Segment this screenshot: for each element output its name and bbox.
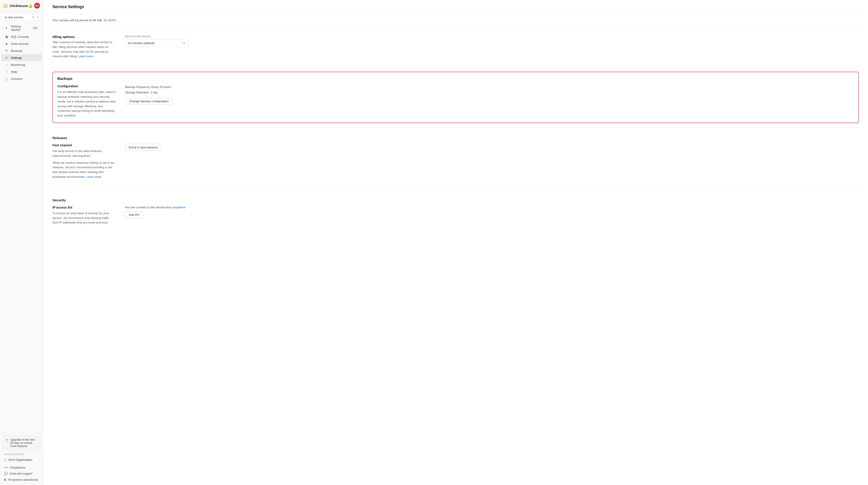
- sidebar-item-label: Monitoring: [11, 63, 39, 66]
- status-indicator: All systems operational: [2, 477, 41, 483]
- bottom-links: ⟷ Integrations 💬 Chat with support All s…: [2, 464, 41, 483]
- backups-left: Configuration For an effective data prot…: [57, 84, 116, 118]
- app-name: ClickHouse: [9, 4, 28, 8]
- service-selector[interactable]: ▣ test service ⇅ +: [2, 14, 41, 21]
- sidebar-item-monitoring[interactable]: ○ Monitoring: [1, 61, 42, 68]
- data-sources-icon: ◈: [4, 42, 8, 46]
- backup-frequency: Backup Frequency: Every 24 hours: [125, 84, 854, 90]
- logo-icon: ||||: [3, 3, 8, 8]
- security-left: IP access list To ensure an extra layer …: [53, 206, 116, 225]
- upgrade-text: Upgrade in the next 30 days to unlock mo…: [10, 438, 38, 448]
- releases-left: Fast channel Get early access to the lat…: [53, 143, 116, 182]
- logo-area: |||| ClickHouse: [3, 3, 28, 8]
- service-selector-arrows: ⇅: [32, 16, 34, 19]
- integrations-label: Integrations: [10, 466, 26, 469]
- backups-right: Backup Frequency: Every 24 hours Storage…: [125, 84, 854, 105]
- idling-left: Idling options After a period of inactiv…: [53, 35, 116, 59]
- sidebar-item-help[interactable]: ○ Help: [1, 68, 42, 75]
- service-selector-text: test service: [8, 16, 31, 19]
- sidebar-item-label: Connect: [11, 77, 39, 81]
- chat-support-link[interactable]: 💬 Chat with support: [2, 470, 41, 477]
- sidebar-item-label: Getting started: [11, 25, 30, 31]
- main-content: Service Settings Your service will be pi…: [43, 0, 868, 485]
- enroll-fast-releases-button[interactable]: Enroll in fast releases: [125, 144, 162, 151]
- idling-learn-more[interactable]: Learn more: [78, 55, 93, 58]
- sidebar-item-label: Help: [11, 70, 39, 74]
- upgrade-icon: ⏱: [5, 438, 8, 442]
- security-section: Security IP access list To ensure an ext…: [53, 195, 859, 229]
- dropdown-label: Minimum idle timeout: [125, 35, 859, 38]
- releases-desc-1: Get early access to the latest features,…: [53, 149, 116, 158]
- security-title: Security: [53, 198, 859, 202]
- sidebar: |||| ClickHouse 🔔 DA ▣ test service ⇅ + …: [0, 0, 43, 485]
- integrations-icon: ⟷: [4, 466, 8, 469]
- connect-icon: ▢: [4, 77, 8, 81]
- help-icon: ○: [4, 70, 8, 74]
- releases-inner: Fast channel Get early access to the lat…: [53, 143, 859, 182]
- connect-link[interactable]: anywhere: [173, 206, 185, 209]
- security-subsection-title: IP access list: [53, 206, 116, 209]
- settings-icon: ≡: [4, 56, 8, 59]
- releases-learn-more[interactable]: Learn more: [86, 175, 101, 178]
- sql-console-icon: ▣: [4, 35, 8, 38]
- chat-label: Chat with support: [9, 472, 32, 475]
- org-item[interactable]: ▢ DA's Organization ›: [2, 456, 41, 463]
- upgrade-box[interactable]: ⏱ Upgrade in the next 30 days to unlock …: [2, 436, 41, 450]
- sidebar-item-label: Data sources: [11, 42, 39, 46]
- monitoring-icon: ○: [4, 63, 8, 66]
- backups-card-title: Backups: [57, 77, 854, 81]
- sidebar-item-data-sources[interactable]: ◈ Data sources: [1, 40, 42, 47]
- change-backup-config-button[interactable]: Change backup configuration: [125, 98, 173, 105]
- security-desc: To ensure an extra layer of security for…: [53, 211, 116, 225]
- security-right: You can connect to this service from any…: [125, 206, 859, 218]
- sidebar-item-settings[interactable]: ≡ Settings: [1, 54, 42, 61]
- backups-card-inner: Configuration For an effective data prot…: [57, 84, 854, 118]
- releases-section: Releases Fast channel Get early access t…: [53, 132, 859, 185]
- backup-retention: Storage Retention: 1 day: [125, 90, 854, 95]
- pinned-info: Your service will be pinned at 48 GiB, 1…: [53, 19, 859, 22]
- idling-title: Idling options: [53, 35, 116, 39]
- getting-started-icon: ✦: [4, 26, 8, 30]
- idling-section: Idling options After a period of inactiv…: [53, 31, 859, 62]
- idling-desc: After a period of inactivity, allow this…: [53, 40, 116, 59]
- releases-right: Enroll in fast releases: [125, 143, 859, 151]
- idling-right: Minimum idle timeout 15 minutes (default…: [125, 35, 859, 47]
- idling-layout: Idling options After a period of inactiv…: [53, 31, 859, 62]
- sidebar-item-label: Backups: [11, 49, 39, 53]
- releases-title: Releases: [53, 136, 859, 140]
- getting-started-badge: 1/5: [32, 26, 39, 30]
- backups-desc: For an effective data protection plan, s…: [57, 90, 116, 118]
- org-icon: ▢: [4, 458, 7, 461]
- backups-icon: ⟳: [4, 49, 8, 53]
- sidebar-item-connect[interactable]: ▢ Connect: [1, 75, 42, 82]
- releases-subsection-title: Fast channel: [53, 143, 116, 147]
- status-dot: [4, 479, 6, 481]
- bell-icon[interactable]: 🔔: [29, 4, 32, 7]
- releases-desc-2: While we conduct extensive testing on al…: [53, 161, 116, 179]
- org-chevron-icon: ›: [38, 459, 39, 461]
- backups-subsection-title: Configuration: [57, 84, 116, 88]
- backups-card: Backups Configuration For an effective d…: [53, 72, 859, 123]
- sidebar-header: |||| ClickHouse 🔔 DA: [0, 0, 43, 11]
- divider-3: [53, 127, 859, 128]
- sidebar-item-backups[interactable]: ⟳ Backups: [1, 47, 42, 54]
- avatar[interactable]: DA: [34, 3, 40, 8]
- org-name: DA's Organization: [8, 458, 32, 461]
- sidebar-nav: ✦ Getting started 1/5 ▣ SQL Console ◈ Da…: [0, 22, 43, 433]
- sidebar-item-getting-started[interactable]: ✦ Getting started 1/5: [1, 23, 42, 33]
- sidebar-item-label: SQL Console: [11, 35, 39, 38]
- security-inner: IP access list To ensure an extra layer …: [53, 206, 859, 225]
- integrations-link[interactable]: ⟷ Integrations: [2, 464, 41, 470]
- status-text: All systems operational: [8, 478, 38, 481]
- sidebar-item-sql-console[interactable]: ▣ SQL Console: [1, 33, 42, 40]
- page-title: Service Settings: [53, 4, 859, 9]
- backup-meta: Backup Frequency: Every 24 hours Storage…: [125, 84, 854, 95]
- divider-top: [53, 14, 859, 14]
- add-ips-button[interactable]: Add IPs: [125, 211, 143, 218]
- add-service-button[interactable]: +: [36, 15, 38, 19]
- service-selector-icon: ▣: [5, 16, 7, 19]
- org-label: Organization: [2, 453, 41, 456]
- top-icons: 🔔 DA: [29, 3, 40, 8]
- connect-text: You can connect to this service from any…: [125, 206, 859, 209]
- idle-timeout-select[interactable]: 15 minutes (default) 5 minutes 30 minute…: [125, 39, 188, 47]
